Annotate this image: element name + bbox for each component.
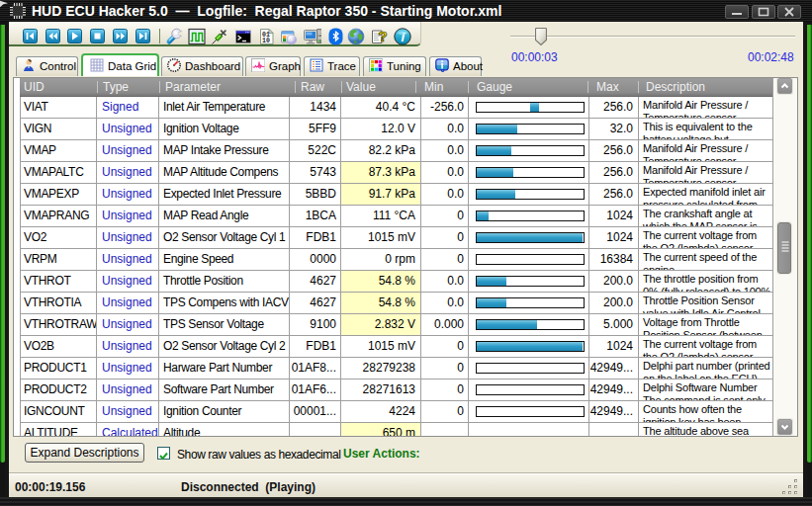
svg-text:i: i — [401, 30, 405, 44]
svg-text:10: 10 — [262, 38, 270, 44]
svg-text:?: ? — [378, 28, 387, 44]
